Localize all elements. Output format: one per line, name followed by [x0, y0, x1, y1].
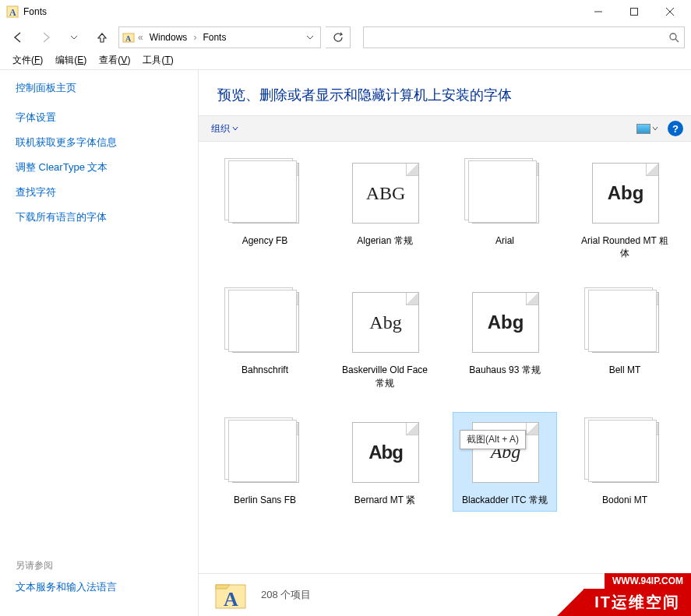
search-input[interactable] [368, 32, 668, 43]
sidebar-link-cleartype[interactable]: 调整 ClearType 文本 [16, 160, 182, 174]
watermark: WWW.94IP.COM IT运维空间 [583, 573, 691, 616]
fonts-folder-icon: A [214, 579, 247, 611]
sidebar-link-find-char[interactable]: 查找字符 [16, 185, 182, 199]
svg-point-8 [670, 33, 676, 40]
font-preview-icon: Abg [464, 158, 545, 230]
chevron-down-icon [232, 125, 238, 132]
breadcrumb-overflow[interactable]: « [136, 32, 145, 43]
font-item[interactable]: AbgBell MT [573, 282, 677, 394]
menu-file[interactable]: 文件(F) [8, 51, 48, 69]
font-preview-icon: Abg [584, 158, 665, 230]
search-icon[interactable] [668, 32, 679, 43]
chevron-right-icon: › [192, 32, 198, 43]
address-dropdown[interactable] [303, 33, 317, 41]
font-item[interactable]: AbgAgency FB [213, 153, 317, 265]
address-bar[interactable]: A « Windows › Fonts [118, 26, 321, 48]
font-preview-text: Abg [249, 182, 283, 204]
font-preview-icon: Abg [224, 417, 305, 489]
font-name-label: Baskerville Old Face 常规 [338, 364, 432, 389]
up-button[interactable] [90, 26, 114, 48]
font-grid: AbgAgency FBABGAlgerian 常规AbgArialAbgAri… [213, 153, 677, 512]
font-name-label: Bauhaus 93 常规 [469, 364, 540, 376]
font-name-label: Blackadder ITC 常规 [462, 494, 548, 506]
sidebar-home[interactable]: 控制面板主页 [16, 81, 182, 95]
sidebar: 控制面板主页 字体设置 联机获取更多字体信息 调整 ClearType 文本 查… [0, 70, 199, 616]
svg-rect-3 [631, 9, 638, 16]
svg-text:A: A [9, 7, 16, 18]
font-preview-icon: Abg [584, 417, 665, 489]
font-item[interactable]: AbgBaskerville Old Face 常规 [333, 282, 437, 394]
menu-tools[interactable]: 工具(T) [138, 51, 178, 69]
sidebar-see-also-header: 另请参阅 [16, 559, 182, 572]
font-item[interactable]: AbgBerlin Sans FB [213, 412, 317, 512]
font-item[interactable]: ABGAlgerian 常规 [333, 153, 437, 265]
menubar: 文件(F) 编辑(E) 查看(V) 工具(T) [0, 51, 691, 70]
menu-view[interactable]: 查看(V) [94, 51, 135, 69]
font-name-label: Bahnschrift [241, 364, 288, 376]
font-item[interactable]: AbgBlackadder ITC 常规 [453, 412, 557, 512]
font-name-label: Bell MT [609, 364, 641, 376]
refresh-button[interactable] [326, 26, 351, 48]
font-item[interactable]: AbgArial Rounded MT 粗体 [573, 153, 677, 265]
help-button[interactable]: ? [668, 121, 683, 136]
font-preview-icon: ABG [344, 158, 425, 230]
font-preview-text: Abg [369, 312, 401, 333]
chevron-down-icon [652, 125, 658, 132]
font-name-label: Algerian 常规 [357, 234, 412, 247]
breadcrumb-windows[interactable]: Windows [146, 30, 191, 44]
organize-label: 组织 [211, 122, 230, 136]
fonts-app-icon: A [6, 5, 19, 18]
watermark-url: WWW.94IP.COM [605, 573, 691, 589]
font-preview-text: ABG [366, 183, 406, 204]
window-title: Fonts [23, 6, 580, 17]
font-name-label: Berlin Sans FB [234, 494, 296, 506]
font-item[interactable]: AbgArial [453, 153, 557, 265]
font-item[interactable]: AbgBauhaus 93 常规 [453, 282, 557, 394]
sidebar-link-text-services[interactable]: 文本服务和输入法语言 [16, 580, 182, 594]
font-preview-icon: Abg [464, 417, 545, 489]
minimize-button[interactable] [580, 0, 616, 23]
main-area: 控制面板主页 字体设置 联机获取更多字体信息 调整 ClearType 文本 查… [0, 70, 691, 616]
forward-button[interactable] [34, 26, 58, 48]
font-item[interactable]: AbgBahnschrift [213, 282, 317, 394]
nav-row: A « Windows › Fonts [0, 23, 691, 51]
sidebar-link-font-settings[interactable]: 字体设置 [16, 111, 182, 125]
page-title: 预览、删除或者显示和隐藏计算机上安装的字体 [199, 70, 691, 115]
font-item[interactable]: AbgBernard MT 紧 [333, 412, 437, 512]
font-name-label: Bodoni MT [602, 494, 647, 506]
font-name-label: Arial [495, 234, 514, 247]
content-toolbar: 组织 ? [199, 115, 691, 142]
menu-edit[interactable]: 编辑(E) [51, 51, 91, 69]
font-preview-icon: Abg [344, 417, 425, 489]
organize-button[interactable]: 组织 [206, 119, 243, 139]
sidebar-link-online-fonts[interactable]: 联机获取更多字体信息 [16, 136, 182, 150]
view-mode-button[interactable] [633, 122, 661, 136]
font-preview-icon: Abg [344, 287, 425, 359]
svg-text:A: A [125, 34, 132, 43]
font-preview-text: Abg [608, 182, 644, 204]
titlebar: A Fonts [0, 0, 691, 23]
font-preview-text: Abg [249, 442, 283, 463]
maximize-button[interactable] [616, 0, 652, 23]
search-box[interactable] [363, 26, 685, 48]
font-preview-text: Abg [368, 442, 403, 463]
font-name-label: Agency FB [242, 234, 288, 247]
recent-dropdown[interactable] [62, 26, 86, 48]
content-pane: 预览、删除或者显示和隐藏计算机上安装的字体 组织 ? AbgAgency FBA… [199, 70, 691, 616]
font-preview-icon: Abg [584, 287, 665, 359]
screenshot-tooltip: 截图(Alt + A) [460, 430, 526, 449]
font-name-label: Bernard MT 紧 [354, 494, 415, 506]
svg-text:A: A [224, 588, 238, 611]
font-preview-text: Abg [609, 312, 641, 333]
back-button[interactable] [6, 26, 30, 48]
font-item[interactable]: AbgBodoni MT [573, 412, 677, 512]
location-folder-icon: A [122, 31, 135, 44]
window-controls [580, 0, 688, 23]
font-preview-icon: Abg [464, 287, 545, 359]
sidebar-link-download-lang[interactable]: 下载所有语言的字体 [16, 210, 182, 224]
font-name-label: Arial Rounded MT 粗体 [578, 234, 672, 259]
font-preview-text: Abg [249, 312, 283, 333]
breadcrumb-fonts[interactable]: Fonts [199, 30, 229, 44]
close-button[interactable] [652, 0, 688, 23]
font-grid-scroll[interactable]: AbgAgency FBABGAlgerian 常规AbgArialAbgAri… [199, 142, 691, 616]
